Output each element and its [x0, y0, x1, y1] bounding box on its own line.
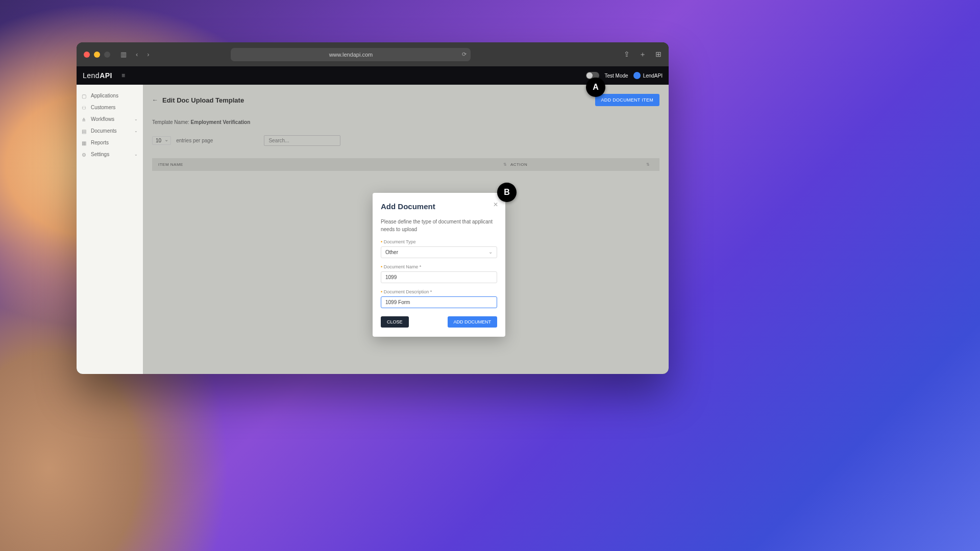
- avatar: [633, 72, 641, 79]
- doc-desc-input[interactable]: [381, 296, 497, 308]
- sidebar-toggle-icon[interactable]: ▥: [120, 51, 127, 58]
- new-tab-icon[interactable]: ＋: [639, 50, 646, 59]
- modal-title: Add Document: [381, 202, 497, 211]
- modal-submit-button[interactable]: ADD DOCUMENT: [448, 316, 498, 328]
- doc-type-label: Document Type: [381, 239, 497, 244]
- modal-close-button[interactable]: CLOSE: [381, 316, 409, 328]
- apps-icon: ▢: [82, 93, 87, 98]
- user-menu[interactable]: LendAPI: [633, 72, 663, 79]
- brand-logo: LendAPI: [83, 71, 112, 80]
- chevron-down-icon: ⌄: [134, 129, 138, 133]
- sidebar-item-settings[interactable]: ⚙ Settings ⌄: [77, 148, 143, 160]
- share-icon[interactable]: ⇪: [624, 50, 630, 59]
- doc-name-label: Document Name *: [381, 264, 497, 269]
- sidebar-item-documents[interactable]: ▤ Documents ⌄: [77, 125, 143, 137]
- close-window-icon[interactable]: [84, 52, 90, 58]
- address-bar[interactable]: www.lendapi.com ⟳: [231, 48, 471, 61]
- window-controls: [84, 52, 110, 58]
- gear-icon: ⚙: [82, 152, 87, 157]
- annotation-marker-b: B: [497, 183, 517, 202]
- forward-icon[interactable]: ›: [147, 51, 149, 58]
- chevron-down-icon: ⌄: [134, 117, 138, 121]
- tabs-overview-icon[interactable]: ⊞: [655, 50, 662, 59]
- sidebar-item-workflows[interactable]: ⋔ Workflows ⌄: [77, 113, 143, 125]
- modal-description: Please define the type of document that …: [381, 218, 497, 233]
- doc-type-select[interactable]: Other: [381, 246, 497, 258]
- reload-icon[interactable]: ⟳: [462, 51, 467, 58]
- minimize-window-icon[interactable]: [94, 52, 100, 58]
- users-icon: ⚇: [82, 105, 87, 110]
- report-icon: ▦: [82, 140, 87, 145]
- maximize-window-icon[interactable]: [104, 52, 110, 58]
- sidebar-item-customers[interactable]: ⚇ Customers: [77, 102, 143, 113]
- doc-name-input[interactable]: [381, 271, 497, 283]
- add-document-modal: Add Document ✕ Please define the type of…: [373, 193, 505, 337]
- sidebar: ▢ Applications ⚇ Customers ⋔ Workflows ⌄…: [77, 85, 143, 374]
- user-label: LendAPI: [643, 73, 663, 79]
- close-icon[interactable]: ✕: [493, 201, 498, 208]
- menu-toggle-icon[interactable]: ≡: [121, 72, 125, 79]
- sidebar-item-applications[interactable]: ▢ Applications: [77, 90, 143, 102]
- main-content: ← Edit Doc Upload Template ADD DOCUMENT …: [143, 85, 669, 374]
- back-icon[interactable]: ‹: [136, 51, 138, 58]
- chevron-down-icon: ⌄: [134, 152, 138, 157]
- doc-desc-label: Document Description *: [381, 289, 497, 294]
- test-mode-label: Test Mode: [604, 73, 628, 79]
- annotation-marker-a: A: [586, 78, 605, 97]
- app-header: LendAPI ≡ Test Mode LendAPI: [77, 66, 669, 85]
- browser-toolbar: ▥ ‹ › www.lendapi.com ⟳ ⇪ ＋ ⊞: [77, 42, 669, 66]
- flow-icon: ⋔: [82, 117, 87, 122]
- doc-icon: ▤: [82, 129, 87, 134]
- sidebar-item-reports[interactable]: ▦ Reports: [77, 137, 143, 148]
- url-text: www.lendapi.com: [329, 52, 373, 58]
- browser-window: ▥ ‹ › www.lendapi.com ⟳ ⇪ ＋ ⊞ LendAPI ≡ …: [77, 42, 669, 374]
